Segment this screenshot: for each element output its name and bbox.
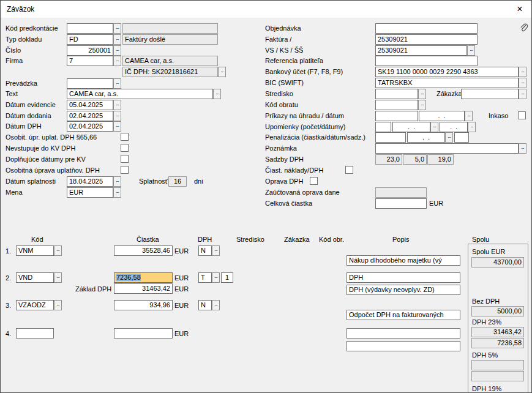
kod-obratu-lookup-button[interactable]: ... [418, 100, 426, 110]
kod-predkontacie-label: Kód predkontácie [6, 24, 58, 32]
stredisko-lookup-button[interactable]: ... [418, 89, 426, 99]
close-icon[interactable]: × [512, 3, 527, 15]
zaklad-dph-input[interactable]: 31463,42 [114, 283, 173, 294]
kod-predkontacie-input[interactable] [67, 23, 113, 34]
doplnujuce-datumy-checkbox[interactable] [121, 155, 129, 163]
zakazka-lookup-button[interactable]: ... [519, 89, 526, 99]
kod-predkontacie-lookup-button[interactable]: ... [113, 23, 121, 34]
celkova-ciastka-input[interactable] [375, 198, 427, 209]
prevadzka-input[interactable] [67, 78, 113, 89]
prikazy-date-picker-button[interactable]: ... [465, 111, 473, 121]
datum-evidencie-picker-button[interactable]: ... [113, 100, 121, 110]
row2-popis2-input[interactable]: DPH (výdavky neovplyv. ZD) [347, 285, 460, 295]
row1-dph-lookup-button[interactable]: ... [212, 245, 220, 256]
datum-dodania-picker-button[interactable]: ... [113, 111, 121, 121]
osobitna-uprava-checkbox[interactable] [121, 166, 129, 174]
datum-splatnosti-input[interactable]: 18.04.2025 [67, 176, 113, 187]
typ-dokladu-lookup-button[interactable]: ... [113, 34, 121, 45]
referencia-input[interactable] [375, 56, 478, 66]
row2-kod-lookup-button[interactable]: ... [54, 272, 62, 283]
row2-dph-num-input[interactable]: 1 [221, 272, 233, 283]
row3-kod-lookup-button[interactable]: ... [54, 300, 62, 310]
datum-dph-picker-button[interactable]: ... [113, 121, 121, 132]
firma-input[interactable]: 7 [67, 56, 113, 66]
cislo-input[interactable]: 250001 [67, 45, 113, 56]
inkaso-checkbox[interactable] [518, 111, 526, 119]
row3-popis-input[interactable]: Odpočet DPH na fakturovaných [347, 310, 460, 320]
row1-amount-input[interactable]: 35528,46 [114, 245, 173, 256]
datum-evidencie-input[interactable]: 05.04.2025 [67, 100, 113, 110]
row2-dph-input[interactable]: T [198, 272, 212, 283]
ic-dph-lookup-button[interactable]: ... [218, 67, 226, 77]
prikazy-date-input[interactable]: . . [419, 111, 465, 121]
datum-dodania-input[interactable]: 02.04.2025 [67, 111, 113, 121]
row1-popis-input[interactable]: Nákup dlhodobého majetku (vý [347, 255, 460, 266]
row2-amount-input[interactable]: 7236,58 [114, 272, 173, 283]
upomienky-date1-picker-button[interactable]: ... [430, 122, 438, 132]
bankovy-ucet-lookup-button[interactable]: ... [519, 67, 526, 77]
bankovy-ucet-input[interactable]: SK19 1100 0000 0029 2290 4363 [375, 67, 519, 77]
grid-header-dph: DPH [198, 236, 212, 243]
dialog-title: Záväzok [7, 5, 34, 13]
text-lookup-button[interactable]: ... [213, 89, 221, 99]
vs-ks-ss-input[interactable]: 25309021 [375, 45, 467, 56]
row4-kod-input[interactable] [16, 328, 54, 339]
zakazka-input[interactable] [461, 89, 519, 99]
upomienky-date2-picker-button[interactable]: ... [468, 122, 476, 132]
row2-popis-input[interactable]: DPH [347, 272, 460, 283]
penalizacia-amount-input[interactable] [375, 132, 406, 143]
dni-label: dni [194, 178, 203, 185]
row3-amount-input[interactable]: 934,96 [114, 300, 173, 310]
row3-dph-input[interactable]: N [198, 300, 212, 310]
bic-input[interactable]: TATRSKBX [375, 78, 519, 88]
row3-kod-input[interactable]: VZAODZ [16, 300, 54, 310]
prikazy-input[interactable] [375, 111, 418, 121]
nevstupuje-kv-checkbox[interactable] [121, 144, 129, 152]
penalizacia-sadzba-input[interactable] [454, 132, 469, 143]
ciast-naklady-checkbox[interactable] [345, 166, 353, 174]
objednavka-input[interactable] [375, 23, 478, 34]
dph5-tax-field [471, 371, 524, 381]
grid-header-ciastka: Čiastka [137, 236, 159, 243]
firma-lookup-button[interactable]: ... [113, 56, 121, 66]
row4-amount-input[interactable] [114, 328, 173, 339]
attachment-icon[interactable] [519, 23, 528, 34]
typ-dokladu-input[interactable]: FD [67, 34, 113, 45]
poznamka-input[interactable] [375, 143, 519, 154]
row1-kod-lookup-button[interactable]: ... [54, 245, 62, 256]
text-input[interactable]: CAMEA car, a.s. [67, 89, 213, 99]
dph23-base-field: 31463,42 [471, 327, 524, 337]
mena-input[interactable]: EUR [67, 187, 113, 198]
row1-dph-input[interactable]: N [198, 245, 212, 256]
poznamka-expand-button[interactable]: ... [519, 143, 526, 154]
row1-kod-input[interactable]: VNM [16, 245, 54, 256]
penalizacia-date-input[interactable]: . . [407, 132, 445, 143]
upomienky-count-input[interactable] [375, 122, 391, 132]
row4-popis2-input[interactable] [347, 341, 460, 351]
row3-currency-label: EUR [174, 302, 189, 310]
oprava-dph-checkbox[interactable] [310, 177, 318, 185]
grid-header-stredisko: Stredisko [236, 236, 264, 243]
row2-kod-input[interactable]: VND [16, 272, 54, 283]
mena-lookup-button[interactable]: ... [113, 187, 121, 198]
row3-dph-lookup-button[interactable]: ... [212, 300, 220, 310]
bankovy-ucet-label: Bankový účet (F7, F8, F9) [265, 68, 343, 76]
vs-ks-ss-lookup-button[interactable]: ... [467, 45, 475, 56]
upomienky-date2-input[interactable]: . . [440, 122, 468, 132]
bic-lookup-button[interactable]: ... [519, 78, 526, 88]
row4-popis-input[interactable] [347, 328, 460, 339]
splatnost-label: Splatnosť [139, 178, 168, 185]
datum-evidencie-label: Dátum evidencie [6, 101, 56, 109]
penalizacia-date-picker-button[interactable]: ... [445, 132, 453, 143]
upomienky-date1-input[interactable]: . . [392, 122, 430, 132]
prevadzka-lookup-button[interactable]: ... [113, 78, 121, 89]
row2-dph-lookup-button[interactable]: ... [212, 272, 220, 283]
datum-dph-input[interactable]: 02.04.2025 [67, 121, 113, 132]
faktura-input[interactable]: 25309021 [375, 34, 478, 45]
prikazy-label: Príkazy na úhradu / dátum [265, 112, 344, 120]
osobit-upr-checkbox[interactable] [121, 133, 129, 141]
stredisko-input[interactable] [375, 89, 418, 99]
datum-splatnosti-picker-button[interactable]: ... [113, 176, 121, 187]
kod-obratu-input[interactable] [375, 100, 418, 110]
cislo-lookup-button[interactable]: ... [113, 45, 121, 56]
